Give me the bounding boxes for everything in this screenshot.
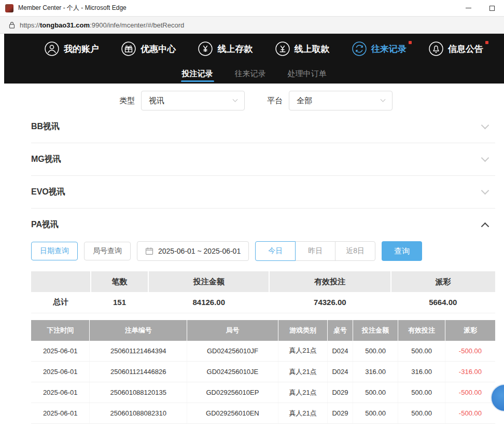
query-controls: 日期查询 局号查询 2025-06-01 ~ 2025-06-01 今日 昨日 … [31, 241, 495, 261]
address-bar[interactable]: https://tongbao31.com:9900/infe/mcenter/… [0, 17, 504, 34]
table-row: 2025-06-01250601088120135GD029256010EP真人… [31, 382, 495, 403]
detail-table-body: 2025-06-01250601121464394GD024256010JF真人… [31, 341, 495, 424]
type-select-value: 视讯 [149, 96, 164, 106]
section-header-bb[interactable]: BB视讯 [31, 110, 495, 143]
filter-row: 类型 视讯 平台 全部 [119, 91, 504, 110]
table-cell: 500.00 [353, 341, 398, 362]
notification-badge [485, 41, 488, 44]
tab-transaction-records[interactable]: 往来记录 [234, 64, 267, 84]
summary-header-row: 笔数 投注金额 有效投注 派彩 [31, 271, 495, 292]
sub-navigation: 投注记录 往来记录 处理中订单 [4, 64, 504, 84]
column-header: 派彩 [445, 320, 495, 341]
search-button[interactable]: 查询 [382, 241, 422, 261]
table-cell: 真人21点 [278, 341, 328, 362]
nav-item-withdraw[interactable]: 线上取款 [275, 41, 330, 56]
table-cell: D024 [328, 341, 353, 362]
table-cell: GD024256010JE [187, 362, 278, 382]
column-header: 有效投注 [269, 271, 390, 292]
column-header: 投注金额 [148, 271, 269, 292]
detail-header-row: 下注时间注单编号局号游戏类别桌号投注金额有效投注派彩 [31, 320, 495, 341]
nav-item-label: 线上存款 [217, 43, 253, 55]
maximize-button[interactable] [480, 0, 504, 17]
yesterday-button[interactable]: 昨日 [295, 241, 335, 261]
table-cell: 真人21点 [278, 403, 328, 424]
minimize-icon [466, 8, 471, 8]
table-cell: 500.00 [353, 403, 398, 424]
nav-item-label: 往来记录 [371, 43, 407, 55]
section-header-evo[interactable]: EVO视讯 [31, 176, 495, 209]
type-select[interactable]: 视讯 [141, 91, 245, 110]
chevron-down-icon [233, 96, 238, 102]
table-cell: 250601088120135 [90, 382, 187, 403]
last-8-days-button[interactable]: 近8日 [335, 241, 375, 261]
lock-icon[interactable] [9, 21, 15, 29]
section-title: EVO视讯 [31, 187, 65, 198]
chevron-down-icon[interactable] [481, 121, 489, 129]
summary-cell: 84126.00 [148, 292, 269, 313]
tab-processing-orders[interactable]: 处理中订单 [287, 64, 328, 84]
summary-cell: 74326.00 [269, 292, 390, 313]
table-cell: 500.00 [398, 382, 445, 403]
table-cell: D024 [328, 362, 353, 382]
column-header: 投注金额 [353, 320, 398, 341]
date-range-input[interactable]: 2025-06-01 ~ 2025-06-01 [137, 241, 249, 261]
section-header-pa[interactable]: PA视讯 [31, 209, 495, 241]
table-cell: GD029256010EN [187, 403, 278, 424]
table-cell: 真人21点 [278, 362, 328, 382]
table-cell: -500.00 [445, 382, 495, 403]
table-cell: GD029256010EP [187, 382, 278, 403]
section-title: BB视讯 [31, 121, 60, 132]
date-query-button[interactable]: 日期查询 [31, 242, 78, 260]
nav-item-promotions[interactable]: 优惠中心 [121, 41, 176, 56]
table-cell: 250601121464394 [90, 341, 187, 362]
site-favicon [5, 4, 13, 12]
table-cell: -500.00 [445, 341, 495, 362]
table-cell: 500.00 [398, 403, 445, 424]
nav-item-deposit[interactable]: 线上存款 [198, 41, 253, 56]
summary-corner-cell [31, 271, 91, 292]
chevron-down-icon[interactable] [481, 154, 489, 162]
calendar-icon [145, 247, 153, 255]
notification-badge [409, 41, 412, 44]
tab-label: 往来记录 [235, 69, 266, 79]
nav-item-label: 优惠中心 [141, 43, 176, 55]
today-button[interactable]: 今日 [255, 241, 296, 261]
table-cell: 2025-06-01 [31, 403, 90, 424]
nav-item-transaction-records[interactable]: 往来记录 [352, 41, 407, 56]
table-cell: 500.00 [353, 382, 398, 403]
chevron-up-icon[interactable] [481, 223, 489, 231]
summary-table: 笔数 投注金额 有效投注 派彩 总计 151 84126.00 74326.00… [31, 271, 495, 313]
platform-select[interactable]: 全部 [289, 91, 393, 110]
type-label: 类型 [119, 96, 135, 106]
main-navigation: 我的账户 优惠中心 线上存款 线上取款 [4, 34, 504, 64]
column-header: 下注时间 [31, 320, 90, 341]
column-header: 派彩 [391, 271, 495, 292]
column-header: 桌号 [328, 320, 353, 341]
table-cell: GD024256010JF [187, 341, 278, 362]
chevron-down-icon[interactable] [481, 186, 489, 195]
summary-row-label: 总计 [31, 292, 91, 313]
column-header: 有效投注 [398, 320, 445, 341]
round-query-button[interactable]: 局号查询 [84, 242, 131, 260]
nav-item-my-account[interactable]: 我的账户 [45, 41, 99, 56]
section-header-mg[interactable]: MG视讯 [31, 143, 495, 176]
quick-date-group: 今日 昨日 近8日 [255, 241, 375, 261]
nav-item-announcements[interactable]: 信息公告 [429, 41, 483, 56]
table-cell: 2025-06-01 [31, 341, 90, 362]
user-icon [45, 41, 59, 56]
minimize-button[interactable] [456, 0, 480, 17]
tab-bet-records[interactable]: 投注记录 [181, 64, 214, 84]
platform-select-value: 全部 [297, 96, 312, 106]
url-text[interactable]: https://tongbao31.com:9900/infe/mcenter/… [20, 21, 184, 29]
column-header: 局号 [187, 320, 278, 341]
withdraw-coin-icon [275, 41, 290, 56]
section-title: PA视讯 [31, 219, 59, 230]
table-cell: 250601121446826 [90, 362, 187, 382]
section-title: MG视讯 [31, 154, 61, 165]
tab-label: 处理中订单 [288, 69, 327, 79]
summary-total-row: 总计 151 84126.00 74326.00 5664.00 [31, 292, 495, 313]
table-cell: -316.00 [445, 362, 495, 382]
column-header: 注单编号 [90, 320, 187, 341]
table-row: 2025-06-01250601121464394GD024256010JF真人… [31, 341, 495, 362]
table-cell: 真人21点 [278, 382, 328, 403]
